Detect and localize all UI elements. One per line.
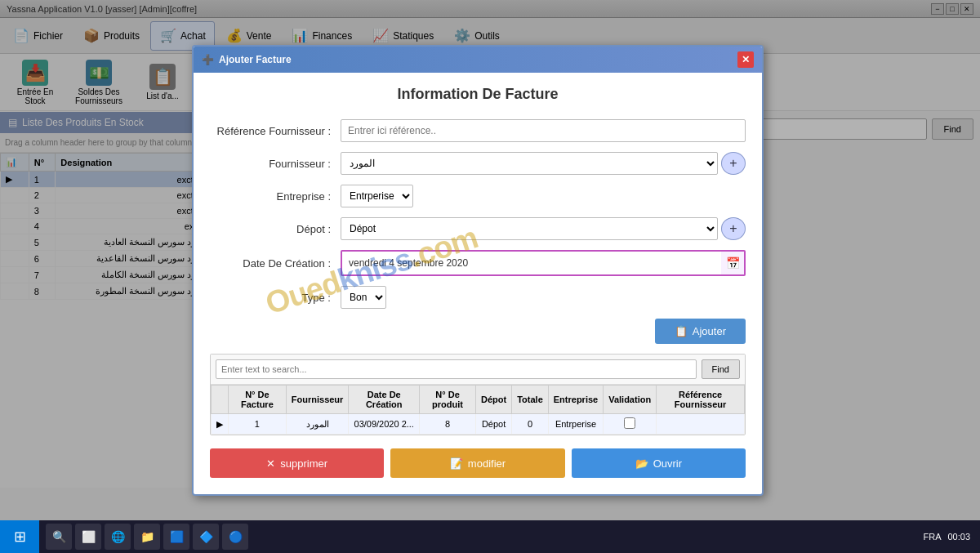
- th-totale: Totale: [512, 386, 549, 414]
- action-row: ✕ supprimer 📝 modifier 📂 Ouvrir: [210, 445, 746, 481]
- form-title: Information De Facture: [210, 86, 746, 103]
- dialog-ajouter-facture: ➕ Ajouter Facture ✕ Information De Factu…: [192, 45, 764, 496]
- depot-select-wrap: Dépot +: [341, 217, 746, 240]
- depot-row: Dépot : Dépot +: [210, 217, 746, 240]
- ajouter-row: 📋 Ajouter: [210, 319, 746, 344]
- reference-row: Référence Fournisseur :: [210, 119, 746, 142]
- ouvrir-button[interactable]: 📂 Ouvrir: [572, 448, 746, 478]
- date-control: 📅: [341, 250, 746, 276]
- inner-table: N° De Facture Fournisseur Date De Créati…: [211, 385, 745, 435]
- windows-icon: ⊞: [14, 528, 26, 546]
- fournisseur-control: المورد +: [341, 152, 746, 175]
- taskbar-right: FRA 00:03: [913, 532, 980, 542]
- th-arrow: [212, 386, 229, 414]
- dialog-title-left: ➕ Ajouter Facture: [202, 54, 292, 65]
- supprimer-icon: ✕: [266, 457, 275, 470]
- row-totale: 0: [512, 414, 549, 435]
- start-button[interactable]: ⊞: [0, 520, 39, 553]
- depot-add-button[interactable]: +: [721, 217, 746, 240]
- fournisseur-select-wrap: المورد +: [341, 152, 746, 175]
- depot-label: Dépot :: [210, 223, 341, 235]
- ouvrir-icon: 📂: [635, 457, 648, 470]
- taskbar-time: 00:03: [947, 532, 970, 542]
- entreprise-control: Entrperise: [341, 185, 746, 207]
- table-row[interactable]: ▶ 1 المورد 03/09/2020 2... 8 Dépot 0 Ent…: [212, 414, 745, 435]
- row-reference: [657, 414, 745, 435]
- fournisseur-add-button[interactable]: +: [721, 152, 746, 175]
- th-fournisseur: Fournisseur: [286, 386, 349, 414]
- dialog-title-icon: ➕: [202, 54, 214, 65]
- taskbar-vscode[interactable]: 🔷: [193, 524, 219, 550]
- type-row: Type : Bon: [210, 286, 746, 309]
- row-entreprise: Entrperise: [548, 414, 603, 435]
- taskbar-lang: FRA: [923, 532, 941, 542]
- taskbar-taskview[interactable]: ⬜: [75, 524, 101, 550]
- th-reference: Référence Fournisseur: [657, 386, 745, 414]
- modifier-label: modifier: [468, 457, 506, 470]
- date-row: Date De Création : 📅: [210, 250, 746, 276]
- inner-find-button[interactable]: Find: [702, 359, 740, 379]
- ajouter-button[interactable]: 📋 Ajouter: [655, 319, 746, 344]
- th-n-produit: N° De produit: [420, 386, 476, 414]
- reference-input[interactable]: [341, 119, 746, 142]
- ajouter-icon: 📋: [675, 325, 688, 337]
- taskbar-edge[interactable]: 🌐: [105, 524, 131, 550]
- entreprise-row: Entreprise : Entrperise: [210, 185, 746, 207]
- fournisseur-label: Fournisseur :: [210, 158, 341, 170]
- row-fournisseur: المورد: [286, 414, 349, 435]
- date-input-wrap: 📅: [341, 250, 746, 276]
- modifier-icon: 📝: [450, 457, 463, 470]
- dialog-titlebar: ➕ Ajouter Facture ✕: [194, 47, 762, 73]
- entreprise-select[interactable]: Entrperise: [341, 185, 413, 207]
- date-input[interactable]: [342, 252, 721, 274]
- ouvrir-label: Ouvrir: [653, 457, 682, 470]
- row-validation[interactable]: [604, 414, 657, 435]
- inner-search-row: Find: [211, 355, 745, 385]
- modifier-button[interactable]: 📝 modifier: [390, 448, 564, 478]
- reference-control: [341, 119, 746, 142]
- taskbar-icons: 🔍 ⬜ 🌐 📁 🟦 🔷 🔵: [39, 524, 255, 550]
- taskbar-search[interactable]: 🔍: [46, 524, 72, 550]
- app-window: Yassna Application V1.0 [yasser] [Admin]…: [0, 0, 980, 520]
- row-date: 03/09/2020 2...: [349, 414, 420, 435]
- row-n-produit: 8: [420, 414, 476, 435]
- dialog-close-button[interactable]: ✕: [737, 51, 754, 68]
- dialog-title-text: Ajouter Facture: [219, 54, 292, 65]
- calendar-icon[interactable]: 📅: [721, 252, 744, 274]
- fournisseur-row: Fournisseur : المورد +: [210, 152, 746, 175]
- type-label: Type :: [210, 292, 341, 304]
- inner-search-input[interactable]: [216, 359, 697, 379]
- type-select[interactable]: Bon: [341, 286, 386, 309]
- row-arrow-inner: ▶: [212, 414, 229, 435]
- th-date-creation: Date De Création: [349, 386, 420, 414]
- ajouter-label: Ajouter: [693, 325, 726, 337]
- entreprise-label: Entreprise :: [210, 190, 341, 203]
- depot-select[interactable]: Dépot: [341, 217, 718, 240]
- supprimer-button[interactable]: ✕ supprimer: [210, 448, 384, 478]
- reference-label: Référence Fournisseur :: [210, 125, 341, 137]
- supprimer-label: supprimer: [280, 457, 327, 470]
- depot-control: Dépot +: [341, 217, 746, 240]
- taskbar-chrome[interactable]: 🔵: [222, 524, 248, 550]
- th-validation: Validation: [604, 386, 657, 414]
- type-control: Bon: [341, 286, 746, 309]
- taskbar-app[interactable]: 🟦: [163, 524, 189, 550]
- row-depot: Dépot: [476, 414, 512, 435]
- fournisseur-select[interactable]: المورد: [341, 152, 718, 175]
- taskbar: ⊞ 🔍 ⬜ 🌐 📁 🟦 🔷 🔵 FRA 00:03: [0, 520, 980, 553]
- dialog-body: Information De Facture Référence Fournis…: [194, 73, 762, 494]
- date-label: Date De Création :: [210, 257, 341, 270]
- inner-table-wrap: Find N° De Facture Fournisseur Date De C…: [210, 354, 746, 435]
- row-n-facture: 1: [229, 414, 287, 435]
- taskbar-explorer[interactable]: 📁: [134, 524, 160, 550]
- th-depot: Dépot: [476, 386, 512, 414]
- th-entreprise: Entreprise: [548, 386, 603, 414]
- th-n-facture: N° De Facture: [229, 386, 287, 414]
